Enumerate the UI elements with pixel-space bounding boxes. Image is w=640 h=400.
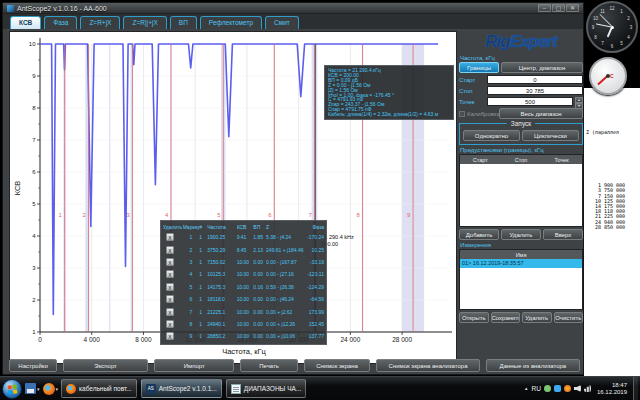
tab-phase[interactable]: Фаза: [44, 16, 77, 29]
marker-delete-button[interactable]: X: [166, 295, 174, 303]
range-mode-button[interactable]: Границы: [459, 62, 499, 73]
presets-list-body[interactable]: [460, 164, 582, 226]
marker-cell: 1900.25: [207, 234, 236, 240]
measurement-delete-button[interactable]: Удалить: [522, 312, 552, 323]
tab-z-series[interactable]: Z=R+jX: [80, 16, 120, 29]
points-stepper[interactable]: ▲▼: [575, 97, 583, 106]
marker-col-7: Фаза: [305, 224, 325, 230]
titlebar[interactable]: AntScope2 v.1.0.16 - AA-600 – ▢ ✕: [3, 3, 583, 14]
bluetooth-tray-icon[interactable]: [554, 385, 561, 392]
tab-ksv[interactable]: КСВ: [10, 16, 41, 29]
notepad-window[interactable]: Z (параллел 1 900 0003 750 0007 150 0001…: [584, 88, 640, 376]
maximize-button[interactable]: ▢: [552, 4, 565, 12]
preset-delete-button[interactable]: Удалить: [501, 229, 541, 240]
taskbar-task-antscope[interactable]: ASAntScope2 v.1.0.1...: [141, 379, 222, 398]
chevron-down-icon[interactable]: ▾: [56, 386, 59, 392]
stop-input[interactable]: [487, 86, 583, 95]
analyzer-data-button[interactable]: Данные из анализатора: [486, 359, 580, 372]
hidden-icons-icon[interactable]: ▲: [524, 386, 528, 391]
marker-delete-button[interactable]: X: [166, 283, 174, 291]
y-tick-label: 10: [29, 41, 36, 47]
update-tray-icon[interactable]: [544, 385, 551, 392]
antscope-window: AntScope2 v.1.0.16 - AA-600 – ▢ ✕ КСВФаз…: [2, 2, 584, 375]
minimize-button[interactable]: –: [538, 4, 551, 12]
tooltip-line-10: Кабель: длина(1/4) = 2.32м, длина(1/2) =…: [328, 112, 450, 117]
volume-icon[interactable]: [574, 385, 581, 392]
marker-cell: 24940.1: [207, 321, 236, 327]
marker-cell: 1: [199, 247, 207, 253]
tab-bar: КСВФазаZ=R+jXZ=R||+jXВПРефлектометрСмит: [3, 14, 583, 29]
clock-gadget[interactable]: 123456789101112: [586, 1, 638, 53]
measurement-clear-button[interactable]: Очистить: [554, 312, 584, 323]
marker-delete-button[interactable]: X: [166, 320, 174, 328]
run-single-button[interactable]: Однократно: [463, 130, 520, 141]
system-tray: ▲ RU 18:47 16.12.2019: [524, 377, 638, 400]
marker-delete-button[interactable]: X: [166, 246, 174, 254]
measurement-row[interactable]: 01> 16.12.2019-18:35:57: [460, 259, 582, 268]
show-desktop-button[interactable]: [633, 377, 638, 400]
marker-delete-button[interactable]: X: [166, 258, 174, 266]
marker-cell: 28850.2: [207, 333, 236, 339]
print-button[interactable]: Печать: [240, 359, 297, 372]
tab-smith[interactable]: Смит: [265, 16, 299, 29]
network-icon[interactable]: [584, 385, 591, 392]
full-range-button[interactable]: Весь диапазон: [499, 108, 583, 119]
marker-delete-button[interactable]: X: [166, 332, 174, 340]
tray-time: 18:47: [597, 382, 627, 389]
cpu-gauge-gadget[interactable]: C: [589, 57, 627, 95]
firefox-icon[interactable]: [43, 383, 55, 395]
antscope-icon: AS: [146, 384, 156, 394]
pinned-firefox-launcher[interactable]: ▾: [43, 383, 59, 395]
tab-return-loss[interactable]: ВП: [170, 16, 197, 29]
marker-delete-button[interactable]: X: [166, 308, 174, 316]
floppy-icon[interactable]: [25, 383, 36, 394]
marker-table: УдалитьМаркер#ЧастотаКСВВПZФазаX111900.2…: [160, 220, 327, 345]
start-button[interactable]: [2, 379, 22, 399]
measurements-list[interactable]: Имя 01> 16.12.2019-18:35:57: [459, 249, 583, 310]
measurements-list-body[interactable]: 01> 16.12.2019-18:35:57: [460, 259, 582, 309]
marker-cell: 2.13: [253, 247, 266, 253]
calibration-checkbox[interactable]: [459, 111, 465, 117]
measurement-save-button[interactable]: Сохранить: [491, 312, 521, 323]
run-continuous-button[interactable]: Циклически: [522, 130, 579, 141]
clock-numeral: 1: [620, 8, 623, 13]
run-group-title: Запуск: [507, 120, 535, 127]
rigexpert-logo: RigExpert: [459, 31, 583, 53]
marker-delete-button[interactable]: X: [166, 270, 174, 278]
preset-up-button[interactable]: Вверх: [543, 229, 583, 240]
marker-cell: 4: [183, 271, 200, 277]
marker-cell: 1: [183, 234, 200, 240]
start-input[interactable]: [487, 75, 583, 84]
notepad-frequency-value: 28 850 000: [584, 225, 640, 230]
import-button[interactable]: Импорт: [154, 359, 234, 372]
points-input[interactable]: [487, 97, 573, 106]
export-button[interactable]: Экспорт: [63, 359, 148, 372]
marker-cell: 1: [199, 296, 207, 302]
settings-button[interactable]: Настройки: [9, 359, 57, 372]
analyzer-screenshot-button[interactable]: Снимок экрана анализатора: [376, 359, 479, 372]
presets-list[interactable]: СтартСтопТочек: [459, 154, 583, 227]
language-indicator[interactable]: RU: [532, 385, 541, 392]
measurement-open-button[interactable]: Открыть: [459, 312, 489, 323]
taskbar-task-notepad[interactable]: ДИАПАЗОНЫ ЧА...: [226, 379, 307, 398]
marker-table-row: X5114175.310.000.160.59 - j26.38-124.29: [162, 281, 325, 293]
pinned-save-launcher[interactable]: ▾: [25, 383, 40, 394]
tab-z-parallel[interactable]: Z=R||+jX: [123, 16, 166, 29]
marker-cell: 0.00 + j12.26: [266, 321, 305, 327]
tray-clock[interactable]: 18:47 16.12.2019: [597, 382, 627, 396]
logo-part2: Expert: [510, 32, 557, 52]
firefox-tray-icon[interactable]: [564, 385, 571, 392]
taskbar-task-firefox[interactable]: кабельный повт...: [61, 379, 137, 398]
chevron-down-icon[interactable]: ▾: [37, 386, 40, 392]
close-button[interactable]: ✕: [566, 4, 579, 12]
points-label: Точек: [459, 99, 485, 105]
marker-cell: 1: [199, 321, 207, 327]
screenshot-button[interactable]: Снимок экрана: [304, 359, 371, 372]
main-area: 1234567891004 0008 00012 00016 00020 000…: [3, 29, 583, 374]
notepad-frequency-list: 1 900 0003 750 0007 150 00010 125 00014 …: [584, 183, 640, 230]
marker-number-label: 1: [59, 212, 63, 218]
center-span-mode-button[interactable]: Центр, диапазон: [501, 62, 583, 73]
marker-delete-button[interactable]: X: [166, 233, 174, 241]
tab-reflectometer[interactable]: Рефлектометр: [200, 16, 262, 29]
preset-add-button[interactable]: Добавить: [459, 229, 499, 240]
